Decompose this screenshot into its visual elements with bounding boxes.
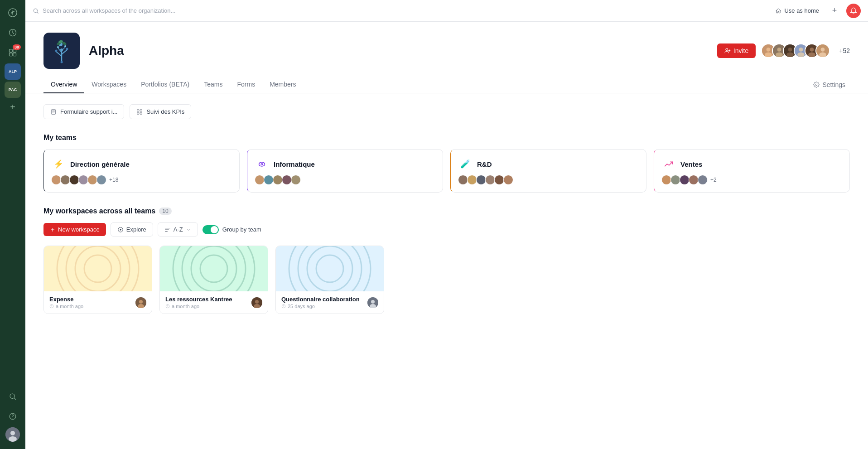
content-body: Formulaire support i... Suivi des KPIs M… (25, 93, 868, 325)
svg-point-77 (191, 246, 236, 291)
team-card-direction[interactable]: ⚡ Direction générale +18 (43, 149, 240, 193)
search-bar[interactable]: Search across all workspaces of the orga… (33, 7, 766, 14)
nav-tabs: Overview Workspaces Portfolios (BETA) Te… (25, 76, 868, 93)
workspace-card-questionnaire[interactable]: Questionnaire collaboration 25 days ago (275, 246, 384, 314)
rd-icon: 🧪 (458, 157, 473, 171)
informatique-icon (255, 157, 269, 171)
explore-button[interactable]: Explore (111, 222, 153, 237)
new-workspace-label: New workspace (58, 226, 100, 233)
home-icon (775, 8, 781, 14)
expense-thumb (44, 246, 152, 291)
informatique-name: Informatique (274, 160, 315, 168)
svg-point-44 (797, 53, 805, 58)
svg-point-82 (255, 300, 259, 304)
member-avatars (761, 43, 830, 58)
settings-label: Settings (822, 81, 845, 88)
sort-button[interactable]: A-Z (158, 222, 198, 237)
svg-rect-6 (13, 53, 16, 56)
explore-icon (117, 227, 124, 233)
svg-rect-56 (137, 109, 139, 111)
ventes-members: +2 (661, 175, 842, 185)
svg-point-51 (816, 84, 818, 86)
sidebar-item-pac[interactable]: PAC (5, 82, 21, 98)
pinned-kpis-label: Suivi des KPIs (146, 108, 184, 115)
group-by-team-toggle[interactable]: Group by team (203, 225, 261, 234)
workspaces-title: My workspaces across all teams (43, 207, 155, 215)
workspace-toolbar: New workspace Explore A-Z (43, 222, 850, 237)
sidebar-add-button[interactable]: + (5, 100, 20, 114)
sidebar-search[interactable] (4, 387, 22, 406)
sidebar-item-home[interactable] (4, 4, 22, 22)
direction-name: Direction générale (70, 160, 130, 168)
rd-members (458, 175, 639, 185)
pac-label: PAC (9, 87, 17, 92)
team-card-ventes[interactable]: Ventes +2 (654, 149, 850, 193)
svg-point-84 (316, 255, 343, 282)
svg-point-40 (788, 48, 792, 52)
ressources-name: Les ressources Kantree (165, 296, 232, 303)
tab-overview[interactable]: Overview (43, 76, 84, 93)
sidebar: 30 ALP PAC + (0, 0, 25, 449)
invite-label: Invite (733, 47, 748, 54)
notification-button[interactable] (846, 4, 861, 18)
svg-point-50 (819, 53, 826, 58)
tab-forms[interactable]: Forms (230, 76, 262, 93)
svg-point-38 (776, 53, 783, 58)
svg-point-41 (786, 53, 794, 58)
invite-button[interactable]: Invite (717, 43, 756, 58)
svg-point-60 (261, 164, 263, 165)
svg-point-12 (9, 436, 17, 442)
rd-name: R&D (477, 160, 492, 168)
settings-button[interactable]: Settings (809, 78, 850, 91)
svg-rect-57 (140, 109, 142, 111)
team-card-informatique[interactable]: Informatique (247, 149, 443, 193)
tab-teams[interactable]: Teams (197, 76, 230, 93)
expense-info: Expense a month ago (44, 291, 152, 314)
questionnaire-avatar (367, 297, 378, 308)
sidebar-item-dashboard[interactable]: 30 (4, 43, 22, 62)
svg-point-22 (66, 48, 68, 50)
questionnaire-info: Questionnaire collaboration 25 days ago (276, 291, 384, 314)
pinned-item-formulaire[interactable]: Formulaire support i... (43, 104, 124, 119)
svg-point-76 (200, 255, 227, 282)
workspace-card-ressources[interactable]: Les ressources Kantree a month ago (159, 246, 268, 314)
svg-point-37 (777, 48, 781, 52)
questionnaire-name: Questionnaire collaboration (281, 296, 360, 303)
toggle-switch[interactable] (203, 225, 219, 234)
use-as-home-button[interactable]: Use as home (772, 5, 823, 16)
svg-rect-59 (140, 112, 142, 114)
sidebar-item-alp[interactable]: ALP (5, 63, 21, 80)
svg-point-85 (307, 246, 352, 291)
svg-point-47 (808, 53, 815, 58)
pinned-item-kpis[interactable]: Suivi des KPIs (130, 104, 191, 119)
svg-point-34 (767, 48, 771, 52)
workspace-card-expense[interactable]: Expense a month ago (43, 246, 152, 314)
settings-icon (813, 82, 820, 88)
chevron-down-icon (186, 227, 191, 232)
team-card-rd[interactable]: 🧪 R&D (450, 149, 646, 193)
user-avatar[interactable] (5, 427, 20, 442)
svg-rect-58 (137, 112, 139, 114)
direction-icon: ⚡ (51, 157, 66, 171)
ressources-avatar (251, 297, 262, 308)
tab-members[interactable]: Members (262, 76, 303, 93)
workspaces-header: My workspaces across all teams 10 (43, 207, 850, 215)
svg-point-49 (821, 48, 825, 52)
svg-point-20 (60, 48, 63, 51)
tab-portfolios[interactable]: Portfolios (BETA) (134, 76, 197, 93)
direction-count: +18 (109, 177, 118, 183)
member-count: +52 (839, 47, 850, 54)
new-workspace-button[interactable]: New workspace (43, 223, 106, 236)
org-header: Alpha Invite (25, 22, 868, 69)
topbar-add-button[interactable]: + (828, 5, 841, 17)
expense-avatar (135, 297, 146, 308)
sidebar-item-recent[interactable] (4, 24, 22, 42)
bell-icon (850, 7, 857, 14)
tab-workspaces[interactable]: Workspaces (84, 76, 134, 93)
svg-point-7 (10, 394, 15, 399)
sidebar-help[interactable] (4, 407, 22, 425)
avatar-6 (815, 43, 830, 58)
dashboard-badge: 30 (13, 44, 21, 50)
svg-point-69 (75, 246, 121, 291)
svg-point-30 (726, 48, 728, 51)
